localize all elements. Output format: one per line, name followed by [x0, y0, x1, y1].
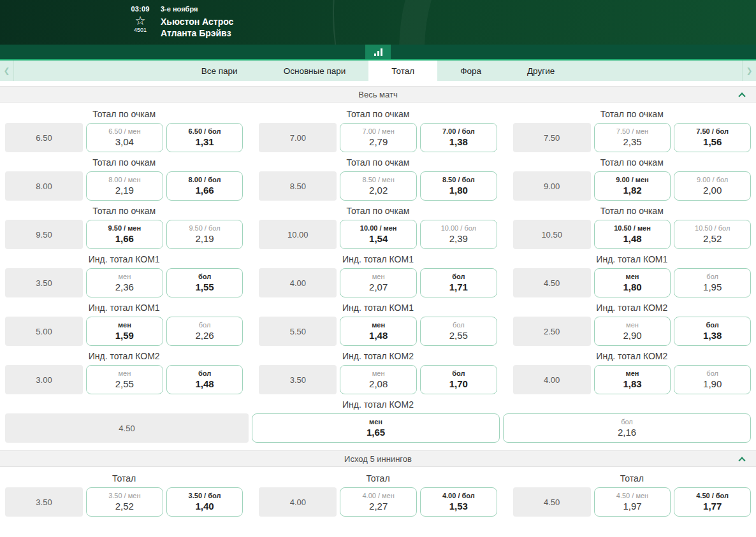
outcome-button[interactable]: бол1,70 [420, 365, 497, 394]
outcome-value: 1,48 [195, 378, 214, 390]
statistics-button[interactable] [365, 45, 391, 59]
market-line: 5.00мен1,59бол2,26 [5, 317, 243, 346]
outcome-value: 2,27 [369, 501, 388, 512]
outcome-value: 2,00 [703, 185, 722, 196]
outcome-button[interactable]: бол1,90 [674, 365, 751, 394]
outcome-button[interactable]: 10.00 / мен1,54 [340, 220, 417, 249]
outcome-value: 1,48 [369, 330, 388, 341]
outcome-button[interactable]: бол1,95 [674, 268, 751, 297]
outcome-button[interactable]: 4.50 / бол1,77 [674, 487, 751, 517]
tab-3[interactable]: Тотал [368, 61, 437, 81]
tab-4[interactable]: Фора [437, 61, 504, 81]
outcome-button[interactable]: 8.00 / бол1,66 [166, 171, 244, 201]
outcome-button[interactable]: бол2,16 [503, 413, 751, 443]
outcome-button[interactable]: 4.50 / мен1,97 [594, 487, 671, 517]
outcome-button[interactable]: 9.00 / мен1,82 [594, 171, 671, 201]
tab-5[interactable]: Другие [504, 61, 578, 81]
param-box: 3.00 [5, 365, 83, 394]
market-title: Тотал по очкам [259, 106, 497, 123]
market-row: Инд. тотал КОМ23.00мен2,55бол1,48Инд. то… [5, 348, 751, 394]
param-box: 7.00 [259, 123, 337, 152]
outcome-label: 10.00 / бол [441, 224, 476, 233]
outcome-button[interactable]: мен1,48 [340, 317, 417, 346]
outcome-button[interactable]: 7.00 / мен2,79 [340, 123, 417, 152]
outcome-button[interactable]: 7.00 / бол1,38 [420, 123, 497, 152]
outcome-button[interactable]: мен1,65 [252, 413, 500, 443]
outcome-button[interactable]: мен2,36 [86, 268, 163, 297]
outcome-label: бол [198, 369, 211, 378]
section-body: Тотал по очкам6.506.50 / мен3,046.50 / б… [0, 103, 756, 450]
outcome-value: 1,71 [449, 282, 468, 293]
outcome-button[interactable]: 7.50 / мен2,35 [594, 123, 671, 152]
outcome-value: 2,52 [115, 501, 134, 512]
outcome-label: мен [372, 369, 385, 378]
scroll-right-button[interactable]: ❯ [742, 61, 756, 81]
outcome-button[interactable]: бол1,55 [166, 268, 244, 297]
outcome-button[interactable]: 8.00 / мен2,19 [86, 171, 163, 201]
outcome-label: 10.00 / мен [360, 224, 397, 233]
outcome-label: бол [452, 273, 465, 281]
param-box: 4.50 [513, 487, 591, 517]
market-row: Инд. тотал КОМ13.50мен2,36бол1,55Инд. то… [5, 252, 751, 297]
outcome-label: бол [452, 369, 465, 378]
outcome-button[interactable]: 10.50 / бол2,52 [674, 220, 751, 249]
outcome-button[interactable]: 4.00 / мен2,27 [340, 487, 417, 517]
outcome-button[interactable]: 3.50 / мен2,52 [86, 487, 163, 517]
outcome-value: 2,08 [369, 378, 388, 390]
outcome-label: мен [118, 321, 131, 329]
outcome-value: 2,79 [369, 136, 388, 148]
market-line: 8.508.50 / мен2,028.50 / бол1,80 [259, 171, 497, 201]
outcome-button[interactable]: бол1,71 [420, 268, 497, 297]
market-title: Инд. тотал КОМ1 [513, 252, 751, 268]
market-line: 4.004.00 / мен2,274.00 / бол1,53 [259, 487, 497, 517]
outcome-value: 1,80 [449, 185, 468, 196]
tab-2[interactable]: Основные пари [261, 61, 369, 81]
outcome-button[interactable]: 10.50 / мен1,48 [594, 220, 671, 249]
market-group: Тотал по очкам8.508.50 / мен2,028.50 / б… [259, 155, 497, 201]
outcome-button[interactable]: бол2,26 [166, 317, 244, 346]
market-group: Инд. тотал КОМ15.00мен1,59бол2,26 [5, 300, 243, 346]
market-group: Тотал4.504.50 / мен1,974.50 / бол1,77 [513, 471, 751, 517]
outcome-label: 9.50 / бол [189, 224, 220, 233]
outcome-button[interactable]: 9.50 / мен1,66 [86, 220, 163, 249]
outcome-button[interactable]: 8.50 / бол1,80 [420, 171, 497, 201]
outcome-button[interactable]: 6.50 / мен3,04 [86, 123, 163, 152]
outcome-button[interactable]: бол1,38 [674, 317, 751, 346]
scroll-left-button[interactable]: ❮ [0, 61, 14, 81]
market-group: Тотал по очкам6.506.50 / мен3,046.50 / б… [5, 106, 243, 152]
outcome-button[interactable]: 6.50 / бол1,31 [166, 123, 244, 152]
outcome-label: мен [626, 273, 639, 281]
market-line: 4.00мен2,07бол1,71 [259, 268, 497, 297]
favorite-toggle[interactable]: ☆ 4501 [134, 15, 147, 33]
outcome-button[interactable]: мен1,83 [594, 365, 671, 394]
outcome-label: бол [199, 321, 211, 329]
outcome-button[interactable]: мен1,80 [594, 268, 671, 297]
outcome-button[interactable]: 4.00 / бол1,53 [420, 487, 497, 517]
outcome-button[interactable]: мен2,90 [594, 317, 671, 346]
outcome-button[interactable]: бол1,48 [166, 365, 244, 394]
market-row: Тотал по очкам9.509.50 / мен1,669.50 / б… [5, 203, 751, 249]
market-title: Тотал по очкам [513, 106, 751, 123]
market-title: Инд. тотал КОМ2 [259, 348, 497, 365]
outcome-button[interactable]: мен2,08 [340, 365, 417, 394]
outcome-button[interactable]: мен1,59 [86, 317, 163, 346]
outcome-label: мен [626, 369, 639, 378]
outcome-button[interactable]: 10.00 / бол2,39 [420, 220, 497, 249]
section-header[interactable]: Исход 5 иннингов [0, 450, 756, 467]
outcome-button[interactable]: мен2,07 [340, 268, 417, 297]
outcome-button[interactable]: 3.50 / бол1,40 [166, 487, 244, 517]
market-group: Тотал по очкам10.0010.00 / мен1,5410.00 … [259, 203, 497, 249]
market-group: Тотал по очкам7.007.00 / мен2,797.00 / б… [259, 106, 497, 152]
tab-1[interactable]: Все пари [178, 61, 261, 81]
outcome-button[interactable]: 9.50 / бол2,19 [166, 220, 244, 249]
outcome-button[interactable]: мен2,55 [86, 365, 163, 394]
outcome-button[interactable]: 7.50 / бол1,56 [674, 123, 751, 152]
section-header[interactable]: Весь матч [0, 86, 756, 103]
outcome-value: 1,66 [195, 185, 214, 196]
outcome-value: 1,55 [195, 282, 214, 293]
outcome-button[interactable]: бол2,55 [420, 317, 497, 346]
outcome-label: 8.00 / бол [189, 176, 221, 184]
outcome-button[interactable]: 8.50 / мен2,02 [340, 171, 417, 201]
outcome-button[interactable]: 9.00 / бол2,00 [674, 171, 751, 201]
outcome-label: бол [621, 418, 633, 426]
